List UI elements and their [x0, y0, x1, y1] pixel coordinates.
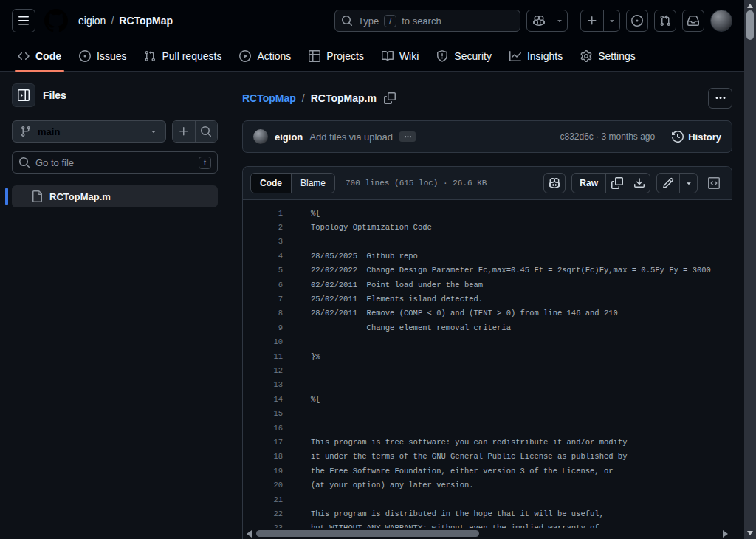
history-button[interactable]: History	[672, 131, 721, 143]
line-number[interactable]: 11	[243, 352, 283, 361]
breadcrumb-repo-link[interactable]: RCTopMap	[119, 15, 173, 27]
line-number[interactable]: 2	[243, 223, 283, 232]
tab-projects[interactable]: Projects	[303, 41, 370, 71]
files-title: Files	[43, 89, 66, 101]
line-number[interactable]: 19	[243, 467, 283, 476]
code-line: 14 %{	[243, 392, 732, 406]
breadcrumb-separator: /	[302, 92, 305, 104]
tab-settings[interactable]: Settings	[574, 41, 642, 71]
create-new-button[interactable]	[581, 10, 603, 31]
code-line: 8 28/02/2011 Remove (COMP < 0) and (TENT…	[243, 306, 732, 320]
line-number[interactable]: 7	[243, 295, 283, 303]
line-number[interactable]: 5	[243, 266, 283, 275]
file-stats: 700 lines (615 loc) · 26.6 KB	[346, 179, 487, 188]
issue-opened-icon	[631, 15, 643, 27]
tab-issues[interactable]: Issues	[73, 41, 132, 71]
edit-file-button[interactable]	[657, 174, 679, 193]
line-content: 28/05/2025 Github repo	[283, 252, 418, 261]
line-number[interactable]: 18	[243, 452, 283, 461]
scroll-left-arrow[interactable]	[247, 530, 252, 538]
branch-selector-button[interactable]: main	[12, 120, 166, 143]
collapse-file-tree-button[interactable]	[12, 83, 35, 107]
user-avatar[interactable]	[710, 10, 732, 32]
code-view-tab[interactable]: Code	[251, 174, 292, 193]
scroll-up-arrow[interactable]	[747, 4, 753, 8]
pull-requests-button[interactable]	[654, 10, 676, 32]
commit-author-avatar[interactable]	[253, 129, 268, 144]
symbols-panel-button[interactable]	[704, 173, 724, 193]
scroll-right-arrow[interactable]	[723, 530, 728, 538]
copy-raw-button[interactable]	[605, 174, 628, 193]
line-number[interactable]: 20	[243, 481, 283, 490]
copilot-code-button[interactable]	[543, 173, 566, 193]
file-icon	[31, 190, 43, 202]
new-file-button[interactable]	[173, 121, 195, 142]
line-number[interactable]: 16	[243, 424, 283, 433]
three-bars-icon	[18, 15, 30, 27]
tab-code[interactable]: Code	[12, 41, 67, 71]
line-number[interactable]: 4	[243, 252, 283, 261]
copy-path-button[interactable]	[384, 92, 396, 104]
line-number[interactable]: 15	[243, 409, 283, 418]
edit-dropdown-button[interactable]	[679, 174, 697, 193]
create-new-dropdown-button[interactable]	[603, 10, 619, 31]
chevron-down-icon	[555, 16, 564, 25]
global-search-input[interactable]: Type / to search	[334, 10, 520, 32]
tab-pull-requests[interactable]: Pull requests	[138, 41, 227, 71]
code-line: 16	[243, 421, 732, 435]
line-number[interactable]: 12	[243, 366, 283, 375]
code-line: 11 }%	[243, 349, 732, 363]
line-number[interactable]: 22	[243, 509, 283, 518]
commit-message-link[interactable]: Add files via upload	[309, 131, 393, 143]
line-number[interactable]: 6	[243, 281, 283, 289]
code-horizontal-scrollbar	[244, 528, 731, 539]
content-area: Files main	[0, 72, 744, 539]
horizontal-scroll-thumb[interactable]	[256, 530, 479, 537]
commit-message-expand-button[interactable]	[399, 131, 416, 142]
tab-wiki[interactable]: Wiki	[376, 41, 425, 71]
raw-button[interactable]: Raw	[572, 174, 605, 193]
file-more-options-button[interactable]	[708, 88, 732, 109]
line-number[interactable]: 10	[243, 337, 283, 346]
hamburger-menu-button[interactable]	[12, 9, 35, 32]
blame-view-tab[interactable]: Blame	[292, 174, 334, 193]
code-line: 5 22/02/2022 Change Design Parameter Fc,…	[243, 264, 732, 278]
breadcrumb-user-link[interactable]: eigion	[78, 15, 106, 27]
line-number[interactable]: 3	[243, 237, 283, 246]
code-line: 19 the Free Software Foundation, either …	[243, 464, 732, 478]
code-line: 12	[243, 363, 732, 377]
horizontal-scroll-track[interactable]	[255, 528, 720, 539]
vertical-scroll-thumb[interactable]	[746, 10, 754, 40]
line-number[interactable]: 21	[243, 495, 283, 504]
commit-author-name[interactable]: eigion	[275, 131, 303, 143]
line-content: %{	[283, 395, 320, 404]
line-number[interactable]: 17	[243, 438, 283, 447]
commit-sha-time[interactable]: c832d6c · 3 months ago	[560, 131, 655, 142]
issue-opened-icon	[79, 50, 91, 62]
search-tree-button[interactable]	[195, 121, 218, 142]
line-content: the Free Software Foundation, either ver…	[283, 467, 614, 476]
scroll-down-arrow[interactable]	[747, 531, 753, 535]
go-to-file-input[interactable]	[35, 157, 193, 168]
inbox-button[interactable]	[682, 10, 704, 32]
tab-label: Settings	[598, 50, 636, 62]
issues-button[interactable]	[626, 10, 648, 32]
tab-actions[interactable]: Actions	[233, 41, 297, 71]
tree-item-selected[interactable]: RCTopMap.m	[12, 185, 218, 207]
github-page: eigion / RCTopMap Type / to search	[0, 0, 744, 539]
t-key-hint: t	[199, 157, 211, 169]
line-number[interactable]: 14	[243, 395, 283, 404]
line-number[interactable]: 1	[243, 209, 283, 218]
line-number[interactable]: 8	[243, 309, 283, 317]
play-icon	[239, 50, 251, 62]
download-raw-button[interactable]	[628, 174, 650, 193]
tab-security[interactable]: Security	[430, 41, 498, 71]
line-number[interactable]: 13	[243, 380, 283, 389]
breadcrumb-repo-link[interactable]: RCTopMap	[242, 92, 296, 104]
line-number[interactable]: 9	[243, 323, 283, 332]
window-vertical-scrollbar[interactable]	[744, 0, 756, 539]
tab-insights[interactable]: Insights	[504, 41, 568, 71]
copilot-dropdown-button[interactable]	[551, 10, 567, 31]
copilot-button[interactable]	[527, 10, 551, 31]
github-logo-icon[interactable]	[44, 9, 68, 32]
